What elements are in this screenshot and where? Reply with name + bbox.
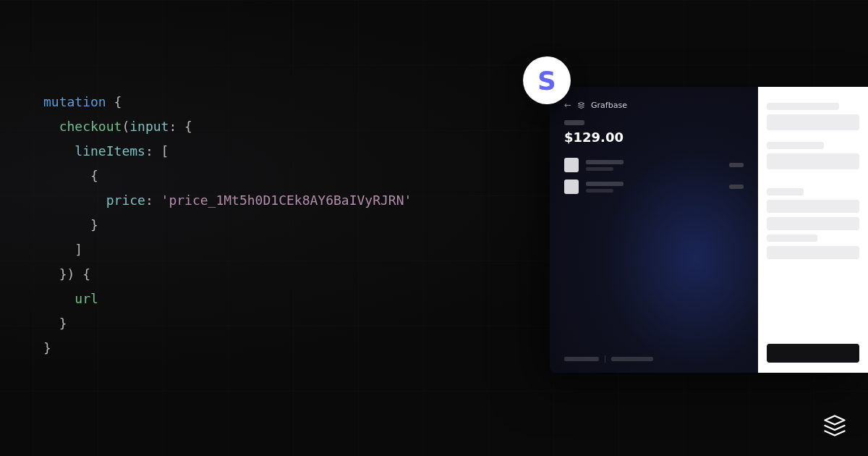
checkout-summary-panel: ← Grafbase $129.00 <box>550 87 758 373</box>
form-placeholder <box>767 188 804 195</box>
item-desc-placeholder <box>586 167 613 171</box>
checkout-preview: ← Grafbase $129.00 <box>550 87 868 373</box>
pay-button[interactable] <box>767 344 859 363</box>
item-name-placeholder <box>586 160 624 164</box>
merchant-name: Grafbase <box>591 101 627 110</box>
code-key: lineItems <box>75 143 145 159</box>
grafbase-logo-icon <box>822 413 848 439</box>
code-function: checkout <box>59 119 122 134</box>
checkout-footer <box>564 355 744 363</box>
form-input-placeholder[interactable] <box>767 153 859 169</box>
form-input-placeholder[interactable] <box>767 246 859 259</box>
code-string: 'price_1Mt5h0D1CEk8AY6BaIVyRJRN' <box>161 193 412 208</box>
line-item <box>564 180 744 194</box>
checkout-form-panel <box>758 87 868 373</box>
item-price-placeholder <box>729 163 744 167</box>
back-arrow-icon[interactable]: ← <box>564 100 571 110</box>
form-placeholder <box>767 235 817 242</box>
merchant-logo-icon <box>577 101 585 109</box>
form-placeholder <box>767 103 839 110</box>
code-field: url <box>75 291 98 306</box>
form-input-placeholder[interactable] <box>767 200 859 213</box>
checkout-total-price: $129.00 <box>564 130 744 145</box>
code-key: price <box>106 193 145 208</box>
line-item <box>564 158 744 172</box>
item-thumbnail <box>564 180 579 194</box>
item-name-placeholder <box>586 182 624 186</box>
graphql-code-snippet: mutation { checkout(input: { lineItems: … <box>43 65 412 360</box>
form-input-placeholder[interactable] <box>767 114 859 130</box>
stripe-badge: S <box>523 56 571 104</box>
checkout-header: ← Grafbase <box>564 100 744 110</box>
code-keyword: mutation <box>43 94 106 109</box>
item-price-placeholder <box>729 185 744 189</box>
form-placeholder <box>767 142 824 149</box>
item-desc-placeholder <box>586 189 613 193</box>
stripe-badge-letter: S <box>537 66 556 96</box>
price-label-placeholder <box>564 120 584 125</box>
form-input-placeholder[interactable] <box>767 217 859 230</box>
item-thumbnail <box>564 158 579 172</box>
